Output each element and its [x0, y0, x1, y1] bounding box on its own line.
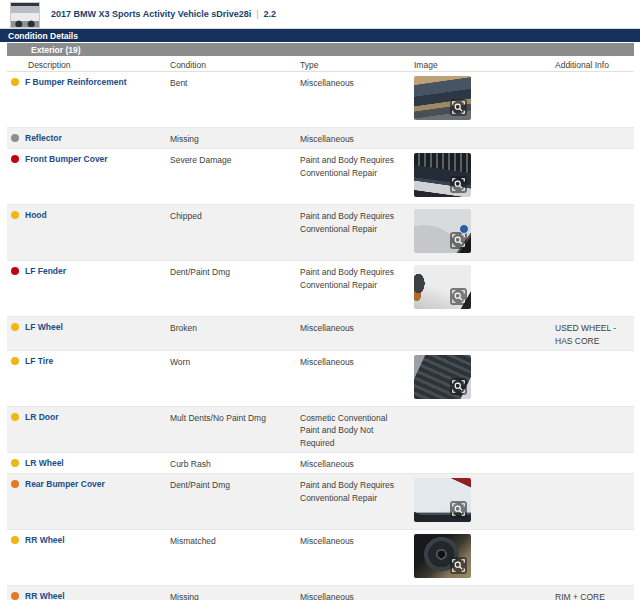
column-header-additional-info: Additional Info: [555, 60, 634, 70]
type-value: Paint and Body Requires Conventional Rep…: [300, 209, 414, 235]
damage-item-label[interactable]: RR Wheel: [25, 590, 65, 600]
condition-value: Bent: [170, 76, 300, 89]
table-row: RR Wheel Mismatched Miscellaneous: [7, 529, 634, 585]
type-value: Miscellaneous: [300, 534, 414, 547]
table-row: LF Tire Worn Miscellaneous: [7, 350, 634, 406]
severity-indicator-icon: [11, 267, 19, 275]
type-value: Paint and Body Requires Conventional Rep…: [300, 153, 414, 179]
damage-item-label[interactable]: LF Tire: [25, 355, 53, 367]
vehicle-title-text: 2017 BMW X3 Sports Activity Vehicle sDri…: [51, 9, 251, 19]
damage-item-label[interactable]: Front Bumper Cover: [25, 153, 108, 165]
table-row: LR Wheel Curb Rash Miscellaneous: [7, 452, 634, 473]
additional-info-value: [555, 132, 634, 133]
additional-info-value: [555, 265, 634, 266]
table-row: LR Door Mult Dents/No Paint Dmg Cosmetic…: [7, 406, 634, 452]
damage-photo-thumbnail[interactable]: [414, 209, 471, 253]
vehicle-photo-thumbnail[interactable]: [10, 2, 40, 28]
condition-value: Mismatched: [170, 534, 300, 547]
condition-value: Chipped: [170, 209, 300, 222]
type-value: Miscellaneous: [300, 457, 414, 470]
additional-info-value: RIM + CORE: [555, 590, 634, 600]
table-row: RR Wheel Missing Miscellaneous RIM + COR…: [7, 585, 634, 600]
condition-value: Curb Rash: [170, 457, 300, 470]
column-header-condition: Condition: [170, 60, 300, 70]
additional-info-value: [555, 411, 634, 412]
damage-item-label[interactable]: LR Door: [25, 411, 59, 423]
damage-item-label[interactable]: Rear Bumper Cover: [25, 478, 105, 490]
additional-info-value: [555, 478, 634, 479]
condition-value: Dent/Paint Dmg: [170, 265, 300, 278]
severity-indicator-icon: [11, 592, 19, 600]
additional-info-value: [555, 209, 634, 210]
column-header-image: Image: [414, 60, 555, 70]
page-title: 2017 BMW X3 Sports Activity Vehicle sDri…: [51, 9, 276, 19]
condition-value: Mult Dents/No Paint Dmg: [170, 411, 300, 424]
damage-photo-thumbnail[interactable]: [414, 534, 471, 578]
damage-item-label[interactable]: Reflector: [25, 132, 62, 144]
damage-photo-thumbnail[interactable]: [414, 478, 471, 522]
additional-info-value: [555, 355, 634, 356]
title-separator: |: [256, 9, 258, 19]
additional-info-value: [555, 153, 634, 154]
table-row: Reflector Missing Miscellaneous: [7, 127, 634, 148]
magnifier-zoom-icon[interactable]: [450, 176, 467, 193]
severity-indicator-icon: [11, 480, 19, 488]
severity-indicator-icon: [11, 211, 19, 219]
condition-details-label: Condition Details: [8, 31, 78, 41]
type-value: Miscellaneous: [300, 321, 414, 334]
damage-item-label[interactable]: RR Wheel: [25, 534, 65, 546]
vehicle-header: 2017 BMW X3 Sports Activity Vehicle sDri…: [0, 0, 640, 29]
table-row: Hood Chipped Paint and Body Requires Con…: [7, 204, 634, 260]
severity-indicator-icon: [11, 78, 19, 86]
additional-info-value: [555, 534, 634, 535]
magnifier-zoom-icon[interactable]: [450, 232, 467, 249]
condition-value: Severe Damage: [170, 153, 300, 166]
type-value: Miscellaneous: [300, 76, 414, 89]
type-value: Miscellaneous: [300, 132, 414, 145]
damage-photo-thumbnail[interactable]: [414, 76, 471, 120]
damage-item-label[interactable]: LF Fender: [25, 265, 66, 277]
table-row: Rear Bumper Cover Dent/Paint Dmg Paint a…: [7, 473, 634, 529]
type-value: Cosmetic Conventional Paint and Body Not…: [300, 411, 414, 449]
magnifier-zoom-icon[interactable]: [450, 557, 467, 574]
vehicle-trim-value: 2.2: [264, 9, 277, 19]
table-row: LF Fender Dent/Paint Dmg Paint and Body …: [7, 260, 634, 316]
severity-indicator-icon: [11, 459, 19, 467]
damage-item-label[interactable]: Hood: [25, 209, 47, 221]
magnifier-zoom-icon[interactable]: [450, 378, 467, 395]
condition-details-bar: Condition Details: [0, 29, 640, 42]
damage-item-label[interactable]: F Bumper Reinforcement: [25, 76, 127, 88]
type-value: Miscellaneous: [300, 355, 414, 368]
condition-value: Dent/Paint Dmg: [170, 478, 300, 491]
severity-indicator-icon: [11, 323, 19, 331]
type-value: Paint and Body Requires Conventional Rep…: [300, 478, 414, 504]
condition-value: Missing: [170, 132, 300, 145]
table-header-row: Description Condition Type Image Additio…: [7, 56, 634, 71]
damage-photo-thumbnail[interactable]: [414, 153, 471, 197]
magnifier-zoom-icon[interactable]: [450, 288, 467, 305]
condition-value: Broken: [170, 321, 300, 334]
condition-value: Missing: [170, 590, 300, 600]
table-row: LF Wheel Broken Miscellaneous USED WHEEL…: [7, 316, 634, 350]
condition-value: Worn: [170, 355, 300, 368]
column-header-type: Type: [300, 60, 414, 70]
severity-indicator-icon: [11, 134, 19, 142]
table-row: F Bumper Reinforcement Bent Miscellaneou…: [7, 71, 634, 127]
exterior-section-label: Exterior (19): [31, 45, 81, 55]
additional-info-value: USED WHEEL - HAS CORE: [555, 321, 634, 347]
type-value: Miscellaneous: [300, 590, 414, 600]
exterior-section-header[interactable]: Exterior (19): [7, 43, 634, 56]
damage-item-label[interactable]: LF Wheel: [25, 321, 63, 333]
additional-info-value: [555, 457, 634, 458]
severity-indicator-icon: [11, 536, 19, 544]
severity-indicator-icon: [11, 413, 19, 421]
damage-photo-thumbnail[interactable]: [414, 265, 471, 309]
table-row: Front Bumper Cover Severe Damage Paint a…: [7, 148, 634, 204]
damage-item-label[interactable]: LR Wheel: [25, 457, 64, 469]
damage-photo-thumbnail[interactable]: [414, 355, 471, 399]
type-value: Paint and Body Requires Conventional Rep…: [300, 265, 414, 291]
magnifier-zoom-icon[interactable]: [450, 99, 467, 116]
severity-indicator-icon: [11, 357, 19, 365]
exterior-rows: F Bumper Reinforcement Bent Miscellaneou…: [7, 71, 634, 600]
magnifier-zoom-icon[interactable]: [450, 501, 467, 518]
